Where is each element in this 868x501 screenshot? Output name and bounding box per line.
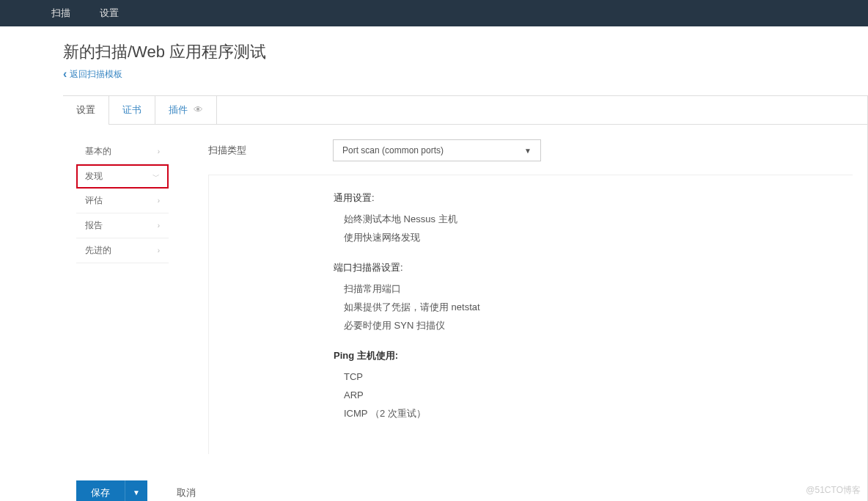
sidebar-item-label: 先进的 (85, 244, 111, 257)
sidebar-item-report[interactable]: 报告 › (76, 213, 169, 238)
save-dropdown-button[interactable]: ▼ (125, 480, 147, 502)
settings-sidebar: 基本的 › 发现 ﹀ 评估 › 报告 › 先进的 › (76, 139, 169, 454)
sidebar-item-discovery[interactable]: 发现 ﹀ (76, 164, 169, 189)
top-navbar: 扫描 设置 (0, 0, 868, 26)
nav-scan[interactable]: 扫描 (51, 7, 70, 20)
sidebar-item-label: 报告 (85, 219, 103, 232)
sidebar-item-label: 评估 (85, 194, 103, 207)
body-area: 基本的 › 发现 ﹀ 评估 › 报告 › 先进的 › (63, 125, 867, 454)
sidebar-item-label: 发现 (85, 170, 103, 183)
chevron-down-icon: ﹀ (152, 172, 160, 182)
page-title: 新的扫描/Web 应用程序测试 (63, 41, 868, 63)
save-button-group: 保存 ▼ (76, 480, 147, 502)
info-heading-port: 端口扫描器设置: (334, 261, 853, 274)
cancel-link[interactable]: 取消 (177, 486, 196, 500)
info-port: 端口扫描器设置: 扫描常用端口 如果提供了凭据，请使用 netstat 必要时使… (334, 261, 853, 334)
chevron-right-icon: › (158, 246, 160, 255)
info-line: 使用快速网络发现 (344, 229, 853, 247)
info-line: ICMP （2 次重试） (344, 405, 853, 423)
info-heading-ping: Ping 主机使用: (334, 349, 853, 362)
eye-icon: 👁 (194, 104, 203, 115)
sidebar-item-advanced[interactable]: 先进的 › (76, 238, 169, 263)
chevron-right-icon: › (158, 147, 160, 156)
info-general: 通用设置: 始终测试本地 Nessus 主机 使用快速网络发现 (334, 191, 853, 246)
info-line: 必要时使用 SYN 扫描仪 (344, 317, 853, 335)
chevron-right-icon: › (158, 197, 160, 205)
main-panel: 扫描类型 Port scan (common ports) ▼ 通用设置: 始终… (169, 139, 853, 454)
tab-certs[interactable]: 证书 (109, 96, 155, 124)
scan-type-select[interactable]: Port scan (common ports) ▼ (333, 139, 541, 161)
scan-type-row: 扫描类型 Port scan (common ports) ▼ (208, 139, 853, 161)
chevron-right-icon: › (158, 222, 160, 230)
watermark: @51CTO博客 (806, 484, 861, 497)
info-panel: 通用设置: 始终测试本地 Nessus 主机 使用快速网络发现 端口扫描器设置:… (208, 175, 853, 454)
sidebar-item-basic[interactable]: 基本的 › (76, 139, 169, 164)
scan-type-value: Port scan (common ports) (342, 145, 444, 156)
sidebar-item-label: 基本的 (85, 145, 111, 158)
info-line: ARP (344, 387, 853, 405)
tab-settings[interactable]: 设置 (63, 96, 109, 124)
info-ping: Ping 主机使用: TCP ARP ICMP （2 次重试） (334, 349, 853, 423)
scan-type-label: 扫描类型 (208, 144, 333, 157)
page-container: 新的扫描/Web 应用程序测试 返回扫描模板 设置 证书 插件 👁 基本的 › … (0, 26, 868, 501)
tab-bar: 设置 证书 插件 👁 (63, 96, 867, 125)
nav-settings[interactable]: 设置 (100, 7, 119, 20)
info-line: 扫描常用端口 (344, 280, 853, 299)
footer-actions: 保存 ▼ 取消 (63, 463, 867, 502)
tab-plugins-label: 插件 (169, 104, 188, 115)
info-line: TCP (344, 368, 853, 387)
info-line: 如果提供了凭据，请使用 netstat (344, 299, 853, 317)
info-line: 始终测试本地 Nessus 主机 (344, 211, 853, 229)
save-button[interactable]: 保存 (76, 480, 125, 502)
info-heading-general: 通用设置: (334, 191, 853, 205)
back-link[interactable]: 返回扫描模板 (63, 67, 122, 81)
sidebar-item-assessment[interactable]: 评估 › (76, 189, 169, 213)
caret-down-icon: ▼ (524, 147, 532, 155)
content-panel: 设置 证书 插件 👁 基本的 › 发现 ﹀ 评估 › (63, 95, 868, 501)
tab-plugins[interactable]: 插件 👁 (155, 96, 217, 124)
